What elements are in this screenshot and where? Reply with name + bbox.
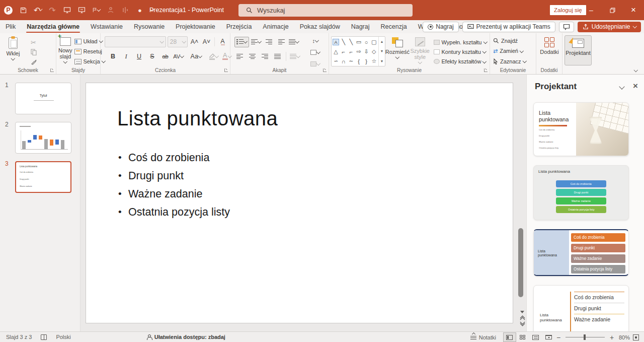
close-button[interactable]: ×	[623, 0, 644, 20]
shape-star-icon[interactable]: ☆	[371, 58, 376, 64]
zoom-slider[interactable]	[566, 337, 605, 338]
shape-rectangle-icon[interactable]: ▭	[356, 39, 361, 45]
new-slide-dropdown-icon[interactable]	[63, 59, 67, 63]
slide-bullet-3[interactable]: Ważne zadanie	[118, 185, 230, 203]
paragraph-dialog-launcher-icon[interactable]	[323, 69, 327, 72]
align-center-button[interactable]	[247, 51, 258, 62]
replace-dropdown-icon[interactable]	[520, 49, 524, 53]
drawing-dialog-launcher-icon[interactable]	[484, 69, 488, 72]
character-spacing-dropdown-icon[interactable]	[180, 54, 184, 58]
slide-canvas[interactable]: Lista punktowana Coś do zrobienia Drugi …	[86, 83, 513, 323]
new-slide-button[interactable]: Nowy slajd	[58, 35, 72, 66]
undo-icon[interactable]: ↶	[34, 6, 42, 14]
slideshow-from-start-icon[interactable]	[63, 6, 71, 14]
addins-button[interactable]: Dodatki	[538, 35, 560, 55]
shapes-gallery-scroll[interactable]: ▲ ▼ ▼	[378, 37, 385, 66]
increase-indent-button[interactable]	[276, 37, 287, 47]
gallery-up-icon[interactable]: ▲	[380, 40, 383, 43]
language-button[interactable]: Polski	[56, 334, 70, 340]
slide-thumbnail-1[interactable]: Tytuł	[15, 83, 71, 114]
record-button[interactable]: Nagraj	[423, 22, 458, 32]
tab-slideshow[interactable]: Pokaz slajdów	[294, 20, 346, 33]
tab-insert[interactable]: Wstawianie	[85, 20, 128, 33]
clear-formatting-button[interactable]: A	[217, 37, 228, 47]
shape-textbox-icon[interactable]: A	[333, 39, 339, 45]
accessibility-checker[interactable]: Ułatwienia dostępu: zbadaj	[146, 334, 225, 340]
align-left-button[interactable]	[234, 51, 245, 62]
design-suggestion-1[interactable]: Lista punktowana Coś do zrobienia Drugi …	[533, 102, 629, 156]
next-slide-button[interactable]	[521, 322, 524, 325]
normal-view-button[interactable]	[503, 332, 516, 342]
decrease-indent-button[interactable]	[264, 37, 274, 47]
replace-button[interactable]: ⇄ Zamień	[492, 46, 534, 55]
shape-arrow-line-icon[interactable]: ╲	[350, 39, 353, 45]
bold-button[interactable]: B	[108, 51, 118, 62]
tab-design[interactable]: Projektowanie	[170, 20, 221, 33]
zoom-level[interactable]: 80%	[619, 334, 630, 340]
search-input[interactable]: Wyszukaj	[238, 4, 413, 17]
shape-oval-icon[interactable]: ○	[365, 39, 368, 45]
slide-thumbnail-2[interactable]	[15, 122, 71, 154]
shape-arc-icon[interactable]: ∩	[342, 58, 346, 64]
line-spacing-button[interactable]	[289, 37, 299, 47]
strikethrough-ab-button[interactable]: ab	[160, 51, 171, 62]
justify-button[interactable]	[272, 51, 283, 62]
slideshow-from-current-icon[interactable]	[77, 6, 86, 14]
design-suggestion-3[interactable]: Lista punktowana Coś do zrobienia Drugi …	[533, 229, 629, 276]
slide-thumbnail-3-selected[interactable]: Lista punktowana Coś do zrobienia Drugi …	[15, 161, 71, 193]
reading-view-button[interactable]	[529, 332, 542, 342]
share-button[interactable]: Udostępnianie	[578, 22, 641, 32]
shape-triangle-icon[interactable]: △	[334, 48, 338, 55]
tab-home[interactable]: Narzędzia główne	[21, 20, 85, 33]
arrange-dropdown-icon[interactable]	[395, 55, 399, 59]
text-direction-dropdown-icon[interactable]	[315, 38, 319, 42]
slide-title[interactable]: Lista punktowana	[117, 107, 278, 130]
record-button-icon[interactable]: ●	[136, 6, 144, 14]
bullets-dropdown-icon[interactable]	[244, 39, 248, 43]
text-direction-button[interactable]: ↕	[310, 35, 320, 46]
shape-right-arrow-icon[interactable]: ⇨	[356, 48, 361, 55]
fit-slide-to-window-icon[interactable]	[633, 334, 639, 340]
designer-collapse-icon[interactable]	[619, 84, 624, 89]
character-spacing-button[interactable]: AV	[173, 51, 184, 62]
tab-review[interactable]: Recenzja	[375, 20, 413, 33]
slide-bullet-1[interactable]: Coś do zrobienia	[118, 149, 230, 167]
tab-draw[interactable]: Rysowanie	[128, 20, 170, 33]
tab-file[interactable]: Plik	[0, 20, 21, 33]
change-case-button[interactable]: Aa	[191, 51, 201, 62]
shape-right-brace-icon[interactable]: }	[365, 58, 367, 64]
numbering-button[interactable]	[251, 37, 262, 47]
shape-elbow-connector-icon[interactable]: ⌐	[342, 49, 345, 55]
arrange-button[interactable]: Rozmieść	[385, 35, 410, 66]
change-case-dropdown-icon[interactable]	[198, 54, 202, 58]
zoom-out-button[interactable]: −	[555, 333, 561, 341]
tab-record[interactable]: Nagraj	[346, 20, 375, 33]
font-name-combo[interactable]	[105, 36, 166, 47]
design-suggestion-2[interactable]: Lista punktowana Coś do zrobienia Drugi …	[533, 165, 629, 220]
italic-button[interactable]: I	[121, 51, 131, 62]
font-dialog-launcher-icon[interactable]	[224, 69, 228, 72]
gallery-down-icon[interactable]: ▼	[380, 49, 383, 53]
shrink-font-button[interactable]: A˅	[201, 37, 212, 47]
shape-elbow-arrow-icon[interactable]: ⌐	[350, 49, 353, 55]
tab-transitions[interactable]: Przejścia	[221, 20, 258, 33]
gallery-more-icon[interactable]: ▼	[380, 59, 383, 63]
align-text-dropdown-icon[interactable]	[316, 50, 320, 54]
line-spacing-dropdown-icon[interactable]	[295, 39, 299, 43]
present-in-teams-button[interactable]: Prezentuj w aplikacji Teams	[462, 22, 555, 32]
design-suggestion-4[interactable]: Lista punktowana Coś do zrobienia Drugi …	[533, 285, 629, 331]
collapse-ribbon-icon[interactable]	[633, 67, 637, 72]
shape-scribble-icon[interactable]: ∽	[334, 58, 338, 64]
spellcheck-button[interactable]	[41, 334, 47, 340]
clipboard-dialog-launcher-icon[interactable]	[50, 69, 54, 72]
shape-rounded-rectangle-icon[interactable]: ▢	[371, 39, 376, 45]
format-painter-icon[interactable]	[28, 58, 39, 66]
shape-curve-icon[interactable]: ∼	[349, 58, 353, 64]
underline-button[interactable]: U	[134, 51, 144, 62]
vertical-scrollbar[interactable]	[518, 228, 523, 297]
notes-button[interactable]: Notatki	[470, 334, 496, 340]
minimize-button[interactable]: –	[581, 0, 602, 20]
designer-close-icon[interactable]: ×	[633, 81, 638, 91]
paste-button[interactable]: Wklej	[2, 35, 24, 66]
numbering-dropdown-icon[interactable]	[258, 39, 262, 43]
